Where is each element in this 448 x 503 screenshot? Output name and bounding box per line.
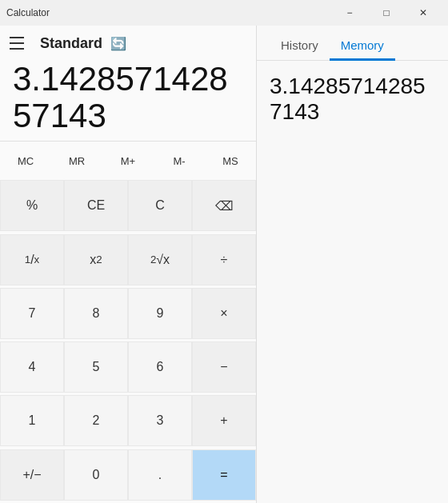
eight-button[interactable]: 8 [64,288,128,339]
six-button[interactable]: 6 [128,341,192,393]
equals-button[interactable]: = [192,449,256,501]
maximize-button[interactable]: □ [368,0,405,26]
hamburger-menu[interactable] [10,32,32,54]
divide-button[interactable]: ÷ [192,234,256,285]
hamburger-line-3 [10,48,24,50]
zero-button[interactable]: 0 [64,449,128,501]
seven-button[interactable]: 7 [0,288,64,339]
percent-button[interactable]: % [0,180,64,231]
multiply-button[interactable]: × [192,288,256,339]
calculator-container: Standard 🔄 3.142857142857143 MC MR M+ M-… [0,26,448,503]
backspace-button[interactable]: ⌫ [192,180,256,231]
title-bar: Calculator − □ ✕ [0,0,448,26]
mr-button[interactable]: MR [51,142,102,180]
inverse-button[interactable]: 1/x [0,234,64,285]
app-title: Calculator [6,7,50,18]
backspace-icon: ⌫ [215,198,234,214]
memory-row: MC MR M+ M- MS [0,141,256,180]
history-icon[interactable]: 🔄 [110,36,126,51]
sqrt-button[interactable]: 2√x [128,234,192,285]
three-button[interactable]: 3 [128,395,192,446]
square-button[interactable]: x2 [64,234,128,285]
memory-stored-value: 3.142857142857143 [270,74,435,125]
ce-button[interactable]: CE [64,180,128,231]
subtract-button[interactable]: − [192,341,256,393]
memory-content: 3.142857142857143 [257,61,448,503]
minimize-button[interactable]: − [331,0,368,26]
close-button[interactable]: ✕ [405,0,442,26]
mplus-button[interactable]: M+ [102,142,154,180]
four-button[interactable]: 4 [0,341,64,393]
mode-title: Standard [40,35,102,52]
hamburger-line-1 [10,37,24,38]
window-controls: − □ ✕ [331,0,442,26]
mc-button[interactable]: MC [0,142,51,180]
decimal-button[interactable]: . [128,449,192,501]
mminus-button[interactable]: M- [154,142,205,180]
c-button[interactable]: C [128,180,192,231]
main-display: 3.142857142857143 [13,61,243,141]
tab-history[interactable]: History [270,32,330,61]
tabs-bar: History Memory [257,26,448,61]
one-button[interactable]: 1 [0,395,64,446]
buttons-grid: % CE C ⌫ 1/x x2 2√x ÷ 7 8 9 × 4 5 6 − 1 … [0,180,256,503]
calculator-main: Standard 🔄 3.142857142857143 MC MR M+ M-… [0,26,256,503]
ms-button[interactable]: MS [205,142,256,180]
calculator-sidebar: History Memory 3.142857142857143 [256,26,448,503]
nine-button[interactable]: 9 [128,288,192,339]
calculator-header: Standard 🔄 [0,26,256,61]
negate-button[interactable]: +/− [0,449,64,501]
five-button[interactable]: 5 [64,341,128,393]
tab-memory[interactable]: Memory [330,32,395,61]
hamburger-line-2 [10,42,24,44]
add-button[interactable]: + [192,395,256,446]
display-area: 3.142857142857143 [0,61,256,141]
two-button[interactable]: 2 [64,395,128,446]
